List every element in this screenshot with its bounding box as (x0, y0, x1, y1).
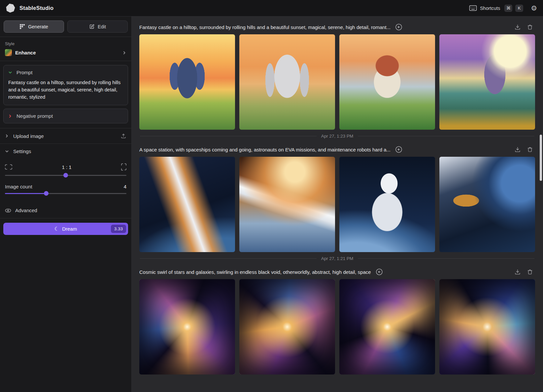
mode-tabs: Generate Edit (0, 16, 131, 37)
group-actions (514, 24, 533, 30)
style-label: Style (5, 41, 126, 46)
group-prompt-text: A space station, with spaceships coming … (139, 147, 390, 152)
style-selector[interactable]: Enhance (5, 49, 126, 56)
group-header: Cosmic swirl of stars and galaxies, swir… (139, 265, 535, 279)
timestamp: Apr 27, 1:21 PM (321, 256, 354, 261)
generation-feed: Fantasy castle on a hilltop, surrounded … (132, 16, 543, 392)
tab-generate[interactable]: Generate (4, 20, 64, 33)
prompt-card-header[interactable]: Prompt (8, 70, 123, 75)
topbar-actions: Shortcuts ⌘ K ⚙ (469, 5, 537, 12)
image-count-value: 4 (124, 184, 126, 189)
generated-image[interactable] (239, 279, 335, 375)
chevron-right-icon (8, 114, 12, 118)
delete-group-button[interactable] (527, 24, 533, 30)
generated-image[interactable] (139, 34, 235, 130)
download-group-button[interactable] (514, 24, 521, 30)
trash-icon (527, 269, 533, 275)
k-keycap: K (515, 5, 523, 12)
generation-group: Cosmic swirl of stars and galaxies, swir… (139, 265, 535, 375)
slider-fill (5, 193, 46, 194)
upload-image-label: Upload image (13, 133, 44, 139)
timestamp: Apr 27, 1:23 PM (321, 134, 354, 139)
aspect-ratio-slider[interactable] (5, 172, 126, 179)
top-bar: StableStudio Shortcuts ⌘ K ⚙ (0, 0, 543, 16)
tab-generate-label: Generate (28, 24, 48, 29)
generated-image[interactable] (439, 157, 535, 252)
timestamp-divider: Apr 27, 1:23 PM (140, 130, 534, 142)
aspect-ratio-value: 1 : 1 (12, 164, 121, 170)
generation-group: Fantasy castle on a hilltop, surrounded … (139, 20, 535, 142)
generation-group: A space station, with spaceships coming … (139, 142, 535, 265)
dream-cost-badge: 3.33 (111, 225, 126, 233)
divider-line (358, 258, 534, 259)
generated-image[interactable] (239, 34, 335, 130)
upload-icon[interactable] (120, 133, 126, 139)
chevron-right-icon (5, 134, 9, 138)
generated-image[interactable] (439, 34, 535, 130)
portrait-ratio-icon[interactable] (121, 163, 126, 171)
style-thumbnail (5, 49, 12, 56)
image-grid (139, 157, 535, 252)
delete-group-button[interactable] (527, 269, 533, 275)
divider-line (140, 258, 317, 259)
generate-grid-icon (19, 24, 25, 29)
negative-prompt-header[interactable]: Negative prompt (8, 113, 123, 119)
app-logo-icon (6, 4, 15, 13)
slider-thumb[interactable] (63, 173, 68, 178)
divider-line (358, 136, 534, 136)
download-group-button[interactable] (514, 269, 521, 275)
dream-button[interactable]: ☾ Dream 3.33 (3, 223, 128, 235)
chevron-down-icon (8, 71, 12, 75)
group-prompt-text: Cosmic swirl of stars and galaxies, swir… (139, 269, 371, 275)
generated-image[interactable] (139, 157, 235, 252)
download-icon (514, 269, 521, 275)
reuse-prompt-icon[interactable] (395, 23, 403, 31)
advanced-label: Advanced (15, 208, 37, 213)
delete-group-button[interactable] (527, 146, 533, 153)
generated-image[interactable] (139, 279, 235, 375)
tab-edit-label: Edit (98, 24, 106, 29)
trash-icon (527, 24, 533, 30)
prompt-input[interactable]: Fantasy castle on a hilltop, surrounded … (8, 79, 123, 101)
tab-edit[interactable]: Edit (67, 20, 128, 33)
advanced-toggle[interactable]: Advanced (0, 203, 131, 218)
command-keycap: ⌘ (504, 5, 512, 12)
app-title: StableStudio (19, 5, 53, 11)
settings-label: Settings (13, 148, 31, 154)
generated-image[interactable] (339, 34, 435, 130)
image-count-slider[interactable] (5, 190, 126, 197)
style-section: Style Enhance (0, 37, 131, 61)
shortcuts-label[interactable]: Shortcuts (480, 6, 500, 11)
landscape-ratio-icon[interactable] (5, 164, 12, 170)
aspect-ratio-row: 1 : 1 (5, 163, 126, 171)
settings-gear-icon[interactable]: ⚙ (531, 5, 537, 12)
download-icon (514, 24, 521, 30)
generated-image[interactable] (339, 279, 435, 375)
generated-image[interactable] (339, 157, 435, 252)
slider-thumb[interactable] (44, 191, 49, 196)
negative-prompt-card: Negative prompt (3, 109, 128, 123)
reuse-prompt-icon[interactable] (395, 146, 403, 153)
download-icon (514, 146, 521, 153)
style-value: Enhance (15, 50, 36, 55)
reuse-prompt-icon[interactable] (375, 268, 383, 276)
chevron-down-icon (5, 149, 9, 153)
trash-icon (527, 146, 533, 153)
negative-prompt-label: Negative prompt (17, 113, 53, 119)
chevron-right-icon (122, 51, 126, 55)
image-count-row: Image count 4 (5, 184, 126, 189)
group-actions (514, 146, 533, 153)
upload-image-row[interactable]: Upload image (0, 128, 131, 144)
edit-pencil-icon (89, 24, 95, 29)
divider-line (140, 136, 317, 136)
dream-label: Dream (62, 226, 77, 232)
scrollbar-thumb[interactable] (540, 135, 542, 181)
generated-image[interactable] (239, 157, 335, 252)
download-group-button[interactable] (514, 146, 521, 153)
settings-toggle-row[interactable]: Settings (0, 144, 131, 159)
generated-image[interactable] (439, 279, 535, 375)
image-count-label: Image count (5, 184, 32, 189)
prompt-card: Prompt Fantasy castle on a hilltop, surr… (3, 65, 128, 105)
settings-body: 1 : 1 Image count 4 (0, 159, 131, 203)
keyboard-icon (469, 5, 477, 11)
